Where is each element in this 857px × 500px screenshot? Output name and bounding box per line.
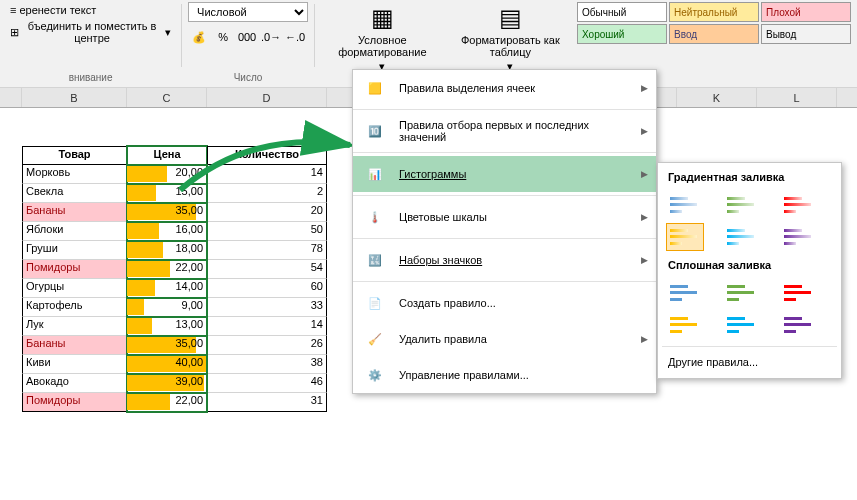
cell-qty[interactable]: 50 [207, 222, 327, 241]
menu-color-scales[interactable]: 🌡️ Цветовые шкалы ▶ [353, 199, 656, 235]
databar-solid-blue[interactable] [666, 279, 704, 307]
format-as-table-button[interactable]: ▤ Форматировать как таблицу▾ [448, 2, 573, 75]
cell-price[interactable]: 14,00 [127, 279, 207, 298]
databar-solid-orange[interactable] [666, 311, 704, 339]
cell-qty[interactable]: 46 [207, 374, 327, 393]
style-good[interactable]: Хороший [577, 24, 667, 44]
databar-gradient-lightblue[interactable] [723, 223, 761, 251]
menu-clear-rules[interactable]: 🧹 Удалить правила ▶ [353, 321, 656, 357]
cell-qty[interactable]: 26 [207, 336, 327, 355]
col-header-c[interactable]: C [127, 88, 207, 107]
style-bad[interactable]: Плохой [761, 2, 851, 22]
cell-product[interactable]: Лук [22, 317, 127, 336]
cell-product[interactable]: Бананы [22, 203, 127, 222]
cell-product[interactable]: Картофель [22, 298, 127, 317]
cell-price[interactable]: 13,00 [127, 317, 207, 336]
cell-qty[interactable]: 31 [207, 393, 327, 412]
wrap-text-icon: ≡ [10, 4, 16, 16]
style-output[interactable]: Вывод [761, 24, 851, 44]
cell-qty[interactable]: 2 [207, 184, 327, 203]
cell-price[interactable]: 22,00 [127, 260, 207, 279]
cell-price[interactable]: 39,00 [127, 374, 207, 393]
alignment-label: внивание [0, 72, 181, 83]
chevron-right-icon: ▶ [641, 126, 648, 136]
cell-product[interactable]: Помидоры [22, 393, 127, 412]
cell-price[interactable]: 22,00 [127, 393, 207, 412]
databar-gradient-red[interactable] [780, 191, 818, 219]
chevron-right-icon: ▶ [641, 255, 648, 265]
new-rule-icon: 📄 [361, 291, 389, 315]
cell-qty[interactable]: 20 [207, 203, 327, 222]
databar-solid-lightblue[interactable] [723, 311, 761, 339]
cell-styles-gallery: Обычный Нейтральный Плохой Хороший Ввод … [577, 2, 851, 44]
databar-solid-purple[interactable] [780, 311, 818, 339]
merge-icon: ⊞ [10, 26, 19, 39]
col-header-d[interactable]: D [207, 88, 327, 107]
menu-highlight-rules[interactable]: 🟨 Правила выделения ячеек ▶ [353, 70, 656, 106]
header-price[interactable]: Цена [127, 146, 207, 165]
cell-product[interactable]: Бананы [22, 336, 127, 355]
cell-price[interactable]: 35,00 [127, 203, 207, 222]
conditional-formatting-button[interactable]: ▦ Условное форматирование▾ [321, 2, 444, 75]
databar-gradient-green[interactable] [723, 191, 761, 219]
databar-gradient-blue[interactable] [666, 191, 704, 219]
cell-qty[interactable]: 33 [207, 298, 327, 317]
cell-product[interactable]: Яблоки [22, 222, 127, 241]
databar-gradient-purple[interactable] [780, 223, 818, 251]
cell-qty[interactable]: 14 [207, 165, 327, 184]
col-header-b[interactable]: B [22, 88, 127, 107]
cell-price[interactable]: 40,00 [127, 355, 207, 374]
cell-price[interactable]: 9,00 [127, 298, 207, 317]
cell-product[interactable]: Огурцы [22, 279, 127, 298]
menu-manage-rules[interactable]: ⚙️ Управление правилами... [353, 357, 656, 393]
cell-qty[interactable]: 60 [207, 279, 327, 298]
cell-product[interactable]: Свекла [22, 184, 127, 203]
cell-price[interactable]: 20,00 [127, 165, 207, 184]
menu-data-bars[interactable]: 📊 Гистограммы ▶ [353, 156, 656, 192]
col-header-k[interactable]: K [677, 88, 757, 107]
gradient-fill-header: Градиентная заливка [662, 167, 837, 187]
header-product[interactable]: Товар [22, 146, 127, 165]
select-all-corner[interactable] [0, 88, 22, 107]
cell-price[interactable]: 35,00 [127, 336, 207, 355]
style-neutral[interactable]: Нейтральный [669, 2, 759, 22]
conditional-formatting-menu: 🟨 Правила выделения ячеек ▶ 🔟 Правила от… [352, 69, 657, 394]
decrease-decimal-button[interactable]: ←.0 [284, 26, 306, 48]
top-bottom-icon: 🔟 [361, 119, 389, 143]
cell-product[interactable]: Авокадо [22, 374, 127, 393]
cell-product[interactable]: Помидоры [22, 260, 127, 279]
style-normal[interactable]: Обычный [577, 2, 667, 22]
manage-icon: ⚙️ [361, 363, 389, 387]
table-row: Помидоры22,0031 [0, 393, 857, 412]
cell-qty[interactable]: 14 [207, 317, 327, 336]
cell-product[interactable]: Морковь [22, 165, 127, 184]
menu-new-rule[interactable]: 📄 Создать правило... [353, 285, 656, 321]
comma-button[interactable]: 000 [236, 26, 258, 48]
header-qty[interactable]: Количество [207, 146, 327, 165]
merge-center-button[interactable]: ⊞бъединить и поместить в центре ▾ [6, 18, 175, 46]
number-format-select[interactable]: Числовой [188, 2, 308, 22]
databar-gradient-orange[interactable] [666, 223, 704, 251]
menu-icon-sets[interactable]: 🔣 Наборы значков ▶ [353, 242, 656, 278]
highlight-icon: 🟨 [361, 76, 389, 100]
cell-qty[interactable]: 38 [207, 355, 327, 374]
databar-solid-green[interactable] [723, 279, 761, 307]
cell-qty[interactable]: 78 [207, 241, 327, 260]
menu-top-bottom-rules[interactable]: 🔟 Правила отбора первых и последних знач… [353, 113, 656, 149]
more-rules[interactable]: Другие правила... [662, 350, 837, 374]
col-header-l[interactable]: L [757, 88, 837, 107]
color-scales-icon: 🌡️ [361, 205, 389, 229]
style-input[interactable]: Ввод [669, 24, 759, 44]
cell-qty[interactable]: 54 [207, 260, 327, 279]
cell-product[interactable]: Груши [22, 241, 127, 260]
chevron-right-icon: ▶ [641, 212, 648, 222]
cell-product[interactable]: Киви [22, 355, 127, 374]
wrap-text-button[interactable]: ≡еренести текст [6, 2, 175, 18]
currency-button[interactable]: 💰 [188, 26, 210, 48]
cell-price[interactable]: 16,00 [127, 222, 207, 241]
cell-price[interactable]: 18,00 [127, 241, 207, 260]
cell-price[interactable]: 15,00 [127, 184, 207, 203]
percent-button[interactable]: % [212, 26, 234, 48]
databar-solid-red[interactable] [780, 279, 818, 307]
increase-decimal-button[interactable]: .0→ [260, 26, 282, 48]
